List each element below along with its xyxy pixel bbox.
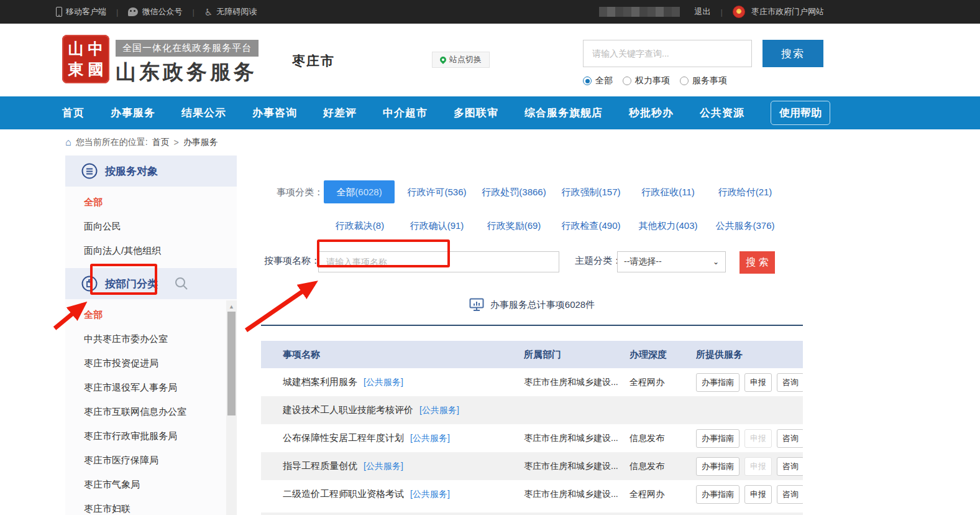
category-filter[interactable]: 行政强制(157) bbox=[552, 180, 630, 203]
category-count: (403) bbox=[675, 220, 697, 231]
theme-category-label: 主题分类： bbox=[575, 255, 621, 267]
department-list: 全部中共枣庄市委办公室枣庄市投资促进局枣庄市退役军人事务局枣庄市互联网信息办公室… bbox=[65, 299, 226, 515]
nav-item[interactable]: 综合服务旗舰店 bbox=[524, 106, 603, 120]
sidebar-scrollbar[interactable]: ▲ bbox=[226, 300, 237, 515]
scope-radio-option[interactable]: 权力事项 bbox=[623, 75, 670, 86]
service-tag-link[interactable]: [公共服务] bbox=[419, 405, 459, 415]
divider: | bbox=[721, 7, 723, 17]
item-search-form: 按事项名称： 主题分类： --请选择-- ⌄ 搜 索 bbox=[261, 248, 803, 276]
city-name: 枣庄市 bbox=[292, 52, 335, 70]
scope-radio-label: 全部 bbox=[595, 75, 613, 86]
nav-item[interactable]: 办事服务 bbox=[111, 106, 155, 120]
stats-monitor-icon bbox=[469, 298, 484, 312]
action-button[interactable]: 办事指南 bbox=[696, 457, 740, 476]
keyword-search-input[interactable] bbox=[583, 40, 752, 67]
category-filter[interactable]: 公共服务(376) bbox=[707, 214, 784, 237]
department-item[interactable]: 全部 bbox=[65, 303, 226, 327]
action-button[interactable]: 咨询 bbox=[777, 429, 803, 448]
scope-radio-label: 权力事项 bbox=[635, 75, 670, 86]
accessibility-link[interactable]: ♿ 无障碍阅读 bbox=[204, 6, 257, 17]
action-button[interactable]: 办事指南 bbox=[696, 373, 740, 392]
scope-radio-option[interactable]: 服务事项 bbox=[680, 75, 727, 86]
site-name: 山东政务服务 bbox=[116, 58, 259, 86]
nav-item[interactable]: 好差评 bbox=[323, 106, 357, 120]
breadcrumb-prefix: 您当前所在的位置: bbox=[76, 137, 148, 148]
mobile-client-label: 移动客户端 bbox=[66, 6, 106, 17]
category-filter[interactable]: 行政许可(536) bbox=[398, 180, 475, 203]
scrollbar-thumb[interactable] bbox=[227, 312, 236, 415]
category-filter[interactable]: 行政征收(11) bbox=[630, 180, 707, 203]
list-circle-icon bbox=[81, 163, 98, 179]
mobile-phone-icon bbox=[56, 7, 62, 17]
category-label: 行政强制 bbox=[561, 187, 598, 197]
service-name: 城建档案利用服务 bbox=[283, 376, 357, 387]
location-pin-icon bbox=[439, 55, 447, 64]
scope-radio-selected[interactable]: 全部 bbox=[583, 75, 613, 86]
action-button[interactable]: 申报 bbox=[744, 485, 772, 504]
nav-item[interactable]: 办事咨询 bbox=[252, 106, 297, 120]
category-filter[interactable]: 行政确认(91) bbox=[398, 214, 475, 237]
action-button[interactable]: 办事指南 bbox=[696, 429, 740, 448]
nav-help-button[interactable]: 使用帮助 bbox=[771, 101, 830, 125]
department-item[interactable]: 枣庄市气象局 bbox=[65, 473, 226, 497]
seal-character: 國 bbox=[86, 59, 106, 80]
category-filter[interactable]: 其他权力(403) bbox=[630, 214, 707, 237]
category-count: (157) bbox=[598, 187, 620, 197]
action-button[interactable]: 咨询 bbox=[777, 457, 803, 476]
divider: | bbox=[192, 7, 194, 17]
service-tag-link[interactable]: [公共服务] bbox=[364, 377, 403, 387]
category-label: 行政确认 bbox=[410, 220, 447, 231]
action-button[interactable]: 咨询 bbox=[777, 485, 803, 504]
department-item[interactable]: 枣庄市退役军人事务局 bbox=[65, 376, 226, 400]
department-item[interactable]: 枣庄市行政审批服务局 bbox=[65, 424, 226, 448]
action-button[interactable]: 申报 bbox=[744, 373, 772, 392]
sidebar-section-service-target[interactable]: 按服务对象 bbox=[65, 155, 237, 187]
sidebar-section-department[interactable]: 按部门分类 bbox=[65, 268, 237, 299]
total-summary-text: 办事服务总计事项6028件 bbox=[490, 299, 595, 311]
department-item[interactable]: 枣庄市投资促进局 bbox=[65, 351, 226, 376]
service-tag-link[interactable]: [公共服务] bbox=[410, 433, 450, 443]
service-department-cell: 枣庄市住房和城乡建设... bbox=[524, 377, 630, 388]
service-target-item[interactable]: 全部 bbox=[65, 190, 237, 215]
category-label: 行政检查 bbox=[561, 220, 598, 231]
category-filter[interactable]: 行政裁决(8) bbox=[321, 214, 398, 237]
breadcrumb-home-link[interactable]: 首页 bbox=[152, 137, 170, 148]
nav-item[interactable]: 中介超市 bbox=[383, 106, 428, 120]
service-tag-link[interactable]: [公共服务] bbox=[364, 461, 403, 471]
logout-link[interactable]: 退出 bbox=[695, 6, 711, 17]
category-filter[interactable]: 行政给付(21) bbox=[707, 180, 784, 203]
department-item[interactable]: 中共枣庄市委办公室 bbox=[65, 327, 226, 351]
mobile-client-link[interactable]: 移动客户端 bbox=[56, 6, 106, 17]
action-button[interactable]: 办事指南 bbox=[696, 485, 740, 504]
nav-item[interactable]: 多图联审 bbox=[454, 106, 498, 120]
site-switch-button[interactable]: 站点切换 bbox=[432, 52, 490, 68]
gov-portal-link[interactable]: 枣庄市政府门户网站 bbox=[751, 6, 824, 17]
service-tag-link[interactable]: [公共服务] bbox=[410, 489, 450, 499]
header-search-button[interactable]: 搜索 bbox=[762, 40, 823, 67]
action-button[interactable]: 咨询 bbox=[777, 373, 803, 392]
nav-item[interactable]: 结果公示 bbox=[181, 106, 226, 120]
category-label: 其他权力 bbox=[638, 220, 675, 231]
theme-category-select[interactable]: --请选择-- ⌄ bbox=[617, 251, 726, 272]
category-filter[interactable]: 行政奖励(69) bbox=[475, 214, 552, 237]
service-target-item[interactable]: 面向公民 bbox=[65, 215, 237, 239]
category-filter[interactable]: 行政处罚(3866) bbox=[475, 180, 552, 203]
department-item[interactable]: 枣庄市妇联 bbox=[65, 497, 226, 515]
nav-item[interactable]: 公共资源 bbox=[700, 106, 744, 120]
department-item[interactable]: 枣庄市互联网信息办公室 bbox=[65, 400, 226, 424]
service-target-item[interactable]: 面向法人/其他组织 bbox=[65, 239, 237, 263]
category-filter[interactable]: 行政检查(490) bbox=[552, 214, 630, 237]
nav-item[interactable]: 首页 bbox=[62, 106, 85, 120]
service-actions-cell: 办事指南申报咨询收藏 bbox=[696, 373, 803, 392]
department-item[interactable]: 枣庄市医疗保障局 bbox=[65, 448, 226, 473]
form-search-button[interactable]: 搜 索 bbox=[740, 251, 775, 274]
category-filter[interactable]: 全部(6028) bbox=[324, 180, 395, 203]
platform-tagline: 全国一体化在线政务服务平台 bbox=[116, 40, 259, 57]
nav-item[interactable]: 秒批秒办 bbox=[629, 106, 674, 120]
scrollbar-up-arrow[interactable]: ▲ bbox=[226, 300, 237, 310]
main-navigation: 首页办事服务结果公示办事咨询好差评中介超市多图联审综合服务旗舰店秒批秒办公共资源… bbox=[0, 96, 980, 129]
department-search-icon[interactable] bbox=[174, 276, 189, 291]
table-header-cell: 所属部门 bbox=[524, 349, 630, 361]
item-name-input[interactable] bbox=[318, 251, 559, 272]
wechat-link[interactable]: 微信公众号 bbox=[128, 6, 182, 17]
